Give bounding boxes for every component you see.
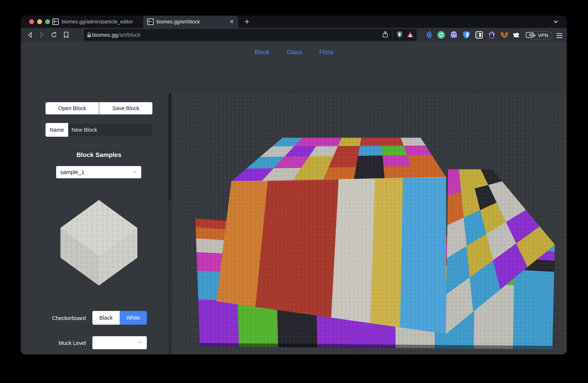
minimize-window-button[interactable] <box>37 19 42 24</box>
name-row: Name <box>45 123 152 137</box>
url-text: biomes.gg/art/block <box>92 32 141 38</box>
voxel-viewport[interactable] <box>173 93 567 354</box>
tab-bar: biomes.gg/admin/particle_editor biomes.g… <box>21 16 567 28</box>
tab-particle-editor[interactable]: biomes.gg/admin/particle_editor <box>48 16 141 28</box>
voxel-scene <box>173 93 567 354</box>
tab-art-block[interactable]: biomes.gg/art/block ✕ <box>143 16 238 28</box>
chevron-down-icon <box>138 340 143 346</box>
sidebar-scrollbar[interactable] <box>168 93 171 354</box>
save-block-button[interactable]: Save Block <box>99 102 153 114</box>
name-input[interactable] <box>68 123 152 137</box>
page-content: Block Glass Flora Open Block Save Block … <box>21 42 567 354</box>
tab-search-chevron-icon[interactable] <box>553 19 559 25</box>
bat-rewards-icon[interactable] <box>407 31 414 39</box>
nav-link-block[interactable]: Block <box>254 49 270 56</box>
puzzle-extensions-icon[interactable] <box>513 30 522 39</box>
biomes-favicon <box>147 19 153 25</box>
tab-label: biomes.gg/art/block <box>156 19 200 25</box>
checkerboard-toggle: Black White <box>92 311 147 325</box>
checkerboard-black-button[interactable]: Black <box>92 311 120 325</box>
listening-wave-icon[interactable] <box>424 30 433 39</box>
samples-heading: Block Samples <box>45 151 152 159</box>
back-button[interactable] <box>26 31 34 39</box>
metamask-icon[interactable] <box>500 30 509 39</box>
brave-shields-icon[interactable] <box>396 31 403 39</box>
main-nav: Block Glass Flora <box>21 49 567 56</box>
open-block-button[interactable]: Open Block <box>45 102 99 114</box>
chevron-down-icon <box>132 169 137 175</box>
block-sample-preview[interactable] <box>60 199 138 286</box>
divider <box>26 145 169 146</box>
vpn-button[interactable]: VPN <box>529 31 552 40</box>
divider <box>392 32 393 38</box>
tab-label: biomes.gg/admin/particle_editor <box>62 19 133 25</box>
reload-button[interactable] <box>50 31 58 39</box>
browser-window: biomes.gg/admin/particle_editor biomes.g… <box>21 16 567 354</box>
scrollbar-thumb[interactable] <box>168 94 171 201</box>
nav-link-glass[interactable]: Glass <box>287 49 302 56</box>
sync-extension-icon[interactable] <box>437 30 446 39</box>
muck-level-select[interactable] <box>92 336 147 349</box>
lock-icon <box>87 32 91 38</box>
ghostery-icon[interactable] <box>449 30 458 39</box>
privacy-lock-extension-icon[interactable] <box>487 30 496 39</box>
browser-toolbar: biomes.gg/art/block <box>21 28 567 42</box>
close-window-button[interactable] <box>29 19 34 24</box>
close-tab-icon[interactable]: ✕ <box>230 19 234 24</box>
checkerboard-white-button[interactable]: White <box>120 311 147 325</box>
nav-link-flora[interactable]: Flora <box>319 49 333 56</box>
share-icon[interactable] <box>382 31 388 39</box>
sample-select[interactable]: sample_1 <box>56 166 141 178</box>
name-label: Name <box>45 123 68 137</box>
biomes-favicon <box>52 19 59 25</box>
new-tab-button[interactable]: + <box>242 17 252 26</box>
bookmark-icon[interactable] <box>62 31 70 39</box>
muck-level-label: Muck Level <box>23 340 86 346</box>
vpn-status-dot <box>533 34 536 37</box>
bitwarden-icon[interactable] <box>462 30 471 39</box>
file-buttons: Open Block Save Block <box>45 102 152 114</box>
address-bar[interactable]: biomes.gg/art/block <box>84 29 417 41</box>
reader-mode-icon[interactable] <box>475 30 483 39</box>
checkerboard-label: Checkerboard <box>23 315 86 321</box>
forward-button[interactable] <box>38 31 46 39</box>
menu-icon[interactable] <box>556 32 562 38</box>
